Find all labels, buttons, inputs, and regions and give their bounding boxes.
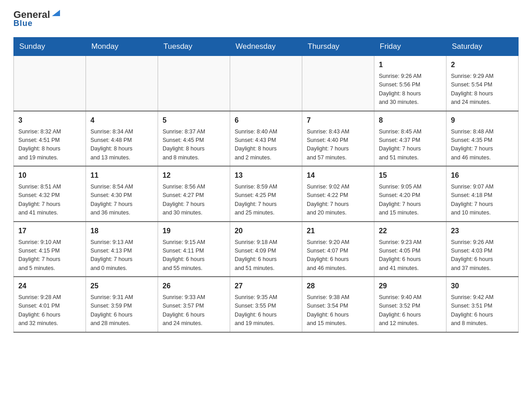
day-number: 12: [163, 170, 225, 181]
calendar-cell: [302, 56, 374, 111]
day-info: Sunrise: 9:15 AM Sunset: 4:11 PM Dayligh…: [163, 238, 225, 273]
calendar-cell: [86, 56, 158, 111]
calendar-cell: 26Sunrise: 9:33 AM Sunset: 3:57 PM Dayli…: [158, 277, 230, 332]
day-number: 7: [307, 115, 369, 126]
calendar-table: SundayMondayTuesdayWednesdayThursdayFrid…: [13, 37, 519, 333]
day-info: Sunrise: 9:02 AM Sunset: 4:22 PM Dayligh…: [307, 183, 369, 218]
day-number: 30: [451, 281, 514, 291]
day-number: 5: [163, 115, 225, 126]
calendar-cell: 3Sunrise: 8:32 AM Sunset: 4:51 PM Daylig…: [14, 111, 86, 167]
day-info: Sunrise: 9:29 AM Sunset: 5:54 PM Dayligh…: [451, 72, 514, 107]
day-number: 1: [379, 60, 442, 70]
day-number: 27: [235, 281, 297, 291]
day-number: 21: [307, 226, 369, 236]
page-header: General Blue: [13, 9, 519, 28]
calendar-cell: 11Sunrise: 8:54 AM Sunset: 4:30 PM Dayli…: [86, 166, 158, 222]
day-number: 19: [163, 226, 225, 236]
day-number: 29: [379, 281, 442, 291]
calendar-week-4: 17Sunrise: 9:10 AM Sunset: 4:15 PM Dayli…: [14, 222, 519, 277]
day-number: 24: [18, 281, 81, 291]
day-info: Sunrise: 9:35 AM Sunset: 3:55 PM Dayligh…: [235, 293, 297, 328]
column-header-sunday: Sunday: [14, 38, 86, 56]
day-info: Sunrise: 9:26 AM Sunset: 4:03 PM Dayligh…: [451, 238, 514, 273]
day-number: 13: [235, 170, 297, 181]
column-header-thursday: Thursday: [302, 38, 374, 56]
logo-triangle-icon: [51, 8, 61, 18]
calendar-cell: 2Sunrise: 9:29 AM Sunset: 5:54 PM Daylig…: [446, 56, 519, 111]
day-info: Sunrise: 9:23 AM Sunset: 4:05 PM Dayligh…: [379, 238, 442, 273]
day-number: 23: [451, 226, 514, 236]
calendar-cell: 27Sunrise: 9:35 AM Sunset: 3:55 PM Dayli…: [230, 277, 302, 332]
calendar-cell: [14, 56, 86, 111]
day-number: 9: [451, 115, 514, 126]
calendar-cell: 24Sunrise: 9:28 AM Sunset: 4:01 PM Dayli…: [14, 277, 86, 332]
day-info: Sunrise: 9:07 AM Sunset: 4:18 PM Dayligh…: [451, 183, 514, 218]
calendar-week-2: 3Sunrise: 8:32 AM Sunset: 4:51 PM Daylig…: [14, 111, 519, 167]
day-number: 8: [379, 115, 442, 126]
day-info: Sunrise: 8:56 AM Sunset: 4:27 PM Dayligh…: [163, 183, 225, 218]
day-number: 22: [379, 226, 442, 236]
calendar-cell: 18Sunrise: 9:13 AM Sunset: 4:13 PM Dayli…: [86, 222, 158, 277]
column-header-saturday: Saturday: [446, 38, 519, 56]
calendar-cell: 5Sunrise: 8:37 AM Sunset: 4:45 PM Daylig…: [158, 111, 230, 167]
column-header-tuesday: Tuesday: [158, 38, 230, 56]
day-info: Sunrise: 8:54 AM Sunset: 4:30 PM Dayligh…: [90, 183, 153, 218]
calendar-cell: 17Sunrise: 9:10 AM Sunset: 4:15 PM Dayli…: [14, 222, 86, 277]
calendar-week-5: 24Sunrise: 9:28 AM Sunset: 4:01 PM Dayli…: [14, 277, 519, 332]
day-number: 2: [451, 60, 514, 70]
calendar-cell: 21Sunrise: 9:20 AM Sunset: 4:07 PM Dayli…: [302, 222, 374, 277]
day-info: Sunrise: 8:59 AM Sunset: 4:25 PM Dayligh…: [235, 183, 297, 218]
calendar-cell: 9Sunrise: 8:48 AM Sunset: 4:35 PM Daylig…: [446, 111, 519, 167]
calendar-cell: 13Sunrise: 8:59 AM Sunset: 4:25 PM Dayli…: [230, 166, 302, 222]
day-number: 16: [451, 170, 514, 181]
calendar-cell: 6Sunrise: 8:40 AM Sunset: 4:43 PM Daylig…: [230, 111, 302, 167]
day-number: 26: [163, 281, 225, 291]
day-number: 15: [379, 170, 442, 181]
day-number: 17: [18, 226, 81, 236]
day-info: Sunrise: 9:33 AM Sunset: 3:57 PM Dayligh…: [163, 293, 225, 328]
day-info: Sunrise: 9:13 AM Sunset: 4:13 PM Dayligh…: [90, 238, 153, 273]
day-number: 14: [307, 170, 369, 181]
calendar-week-3: 10Sunrise: 8:51 AM Sunset: 4:32 PM Dayli…: [14, 166, 519, 222]
calendar-cell: 29Sunrise: 9:40 AM Sunset: 3:52 PM Dayli…: [374, 277, 446, 332]
calendar-cell: 7Sunrise: 8:43 AM Sunset: 4:40 PM Daylig…: [302, 111, 374, 167]
calendar-cell: 1Sunrise: 9:26 AM Sunset: 5:56 PM Daylig…: [374, 56, 446, 111]
column-header-friday: Friday: [374, 38, 446, 56]
day-number: 6: [235, 115, 297, 126]
calendar-cell: 28Sunrise: 9:38 AM Sunset: 3:54 PM Dayli…: [302, 277, 374, 332]
calendar-cell: 16Sunrise: 9:07 AM Sunset: 4:18 PM Dayli…: [446, 166, 519, 222]
day-info: Sunrise: 8:32 AM Sunset: 4:51 PM Dayligh…: [18, 128, 81, 163]
day-info: Sunrise: 9:05 AM Sunset: 4:20 PM Dayligh…: [379, 183, 442, 218]
column-header-wednesday: Wednesday: [230, 38, 302, 56]
day-info: Sunrise: 9:31 AM Sunset: 3:59 PM Dayligh…: [90, 293, 153, 328]
day-number: 20: [235, 226, 297, 236]
day-info: Sunrise: 8:40 AM Sunset: 4:43 PM Dayligh…: [235, 128, 297, 163]
day-info: Sunrise: 9:40 AM Sunset: 3:52 PM Dayligh…: [379, 293, 442, 328]
logo-text-blue: Blue: [13, 19, 33, 28]
calendar-cell: [158, 56, 230, 111]
day-info: Sunrise: 8:34 AM Sunset: 4:48 PM Dayligh…: [90, 128, 153, 163]
day-info: Sunrise: 8:37 AM Sunset: 4:45 PM Dayligh…: [163, 128, 225, 163]
day-info: Sunrise: 9:42 AM Sunset: 3:51 PM Dayligh…: [451, 293, 514, 328]
day-info: Sunrise: 8:45 AM Sunset: 4:37 PM Dayligh…: [379, 128, 442, 163]
day-info: Sunrise: 8:51 AM Sunset: 4:32 PM Dayligh…: [18, 183, 81, 218]
column-header-monday: Monday: [86, 38, 158, 56]
day-number: 25: [90, 281, 153, 291]
calendar-cell: 20Sunrise: 9:18 AM Sunset: 4:09 PM Dayli…: [230, 222, 302, 277]
day-info: Sunrise: 9:26 AM Sunset: 5:56 PM Dayligh…: [379, 72, 442, 107]
day-info: Sunrise: 9:18 AM Sunset: 4:09 PM Dayligh…: [235, 238, 297, 273]
day-info: Sunrise: 8:48 AM Sunset: 4:35 PM Dayligh…: [451, 128, 514, 163]
calendar-cell: 23Sunrise: 9:26 AM Sunset: 4:03 PM Dayli…: [446, 222, 519, 277]
svg-marker-0: [52, 10, 60, 16]
calendar-cell: 12Sunrise: 8:56 AM Sunset: 4:27 PM Dayli…: [158, 166, 230, 222]
day-info: Sunrise: 9:10 AM Sunset: 4:15 PM Dayligh…: [18, 238, 81, 273]
day-number: 3: [18, 115, 81, 126]
calendar-week-1: 1Sunrise: 9:26 AM Sunset: 5:56 PM Daylig…: [14, 56, 519, 111]
day-number: 11: [90, 170, 153, 181]
calendar-cell: 8Sunrise: 8:45 AM Sunset: 4:37 PM Daylig…: [374, 111, 446, 167]
day-info: Sunrise: 8:43 AM Sunset: 4:40 PM Dayligh…: [307, 128, 369, 163]
day-number: 28: [307, 281, 369, 291]
calendar-cell: 19Sunrise: 9:15 AM Sunset: 4:11 PM Dayli…: [158, 222, 230, 277]
calendar-cell: 15Sunrise: 9:05 AM Sunset: 4:20 PM Dayli…: [374, 166, 446, 222]
day-number: 18: [90, 226, 153, 236]
